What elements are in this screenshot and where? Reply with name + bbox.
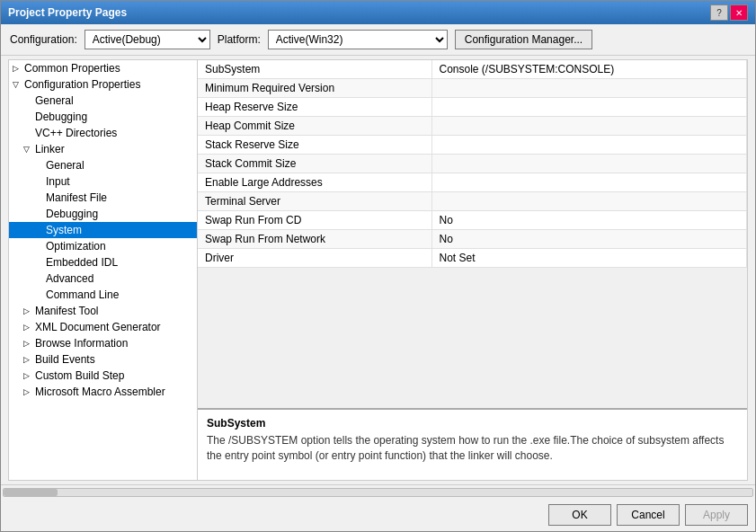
table-row[interactable]: Stack Commit Size: [198, 155, 747, 173]
props-table-container: SubSystemConsole (/SUBSYSTEM:CONSOLE)Min…: [198, 60, 747, 408]
description-title: SubSystem: [207, 417, 738, 430]
tree-arrow-icon: ▷: [23, 323, 32, 332]
prop-name: Stack Reserve Size: [198, 136, 431, 155]
tree-item-label: Configuration Properties: [24, 78, 193, 91]
prop-name: Heap Reserve Size: [198, 98, 431, 117]
tree-item-label: Command Line: [46, 288, 193, 301]
tree-item-linker-system[interactable]: System: [9, 222, 197, 238]
bottom-bar: OK Cancel Apply: [1, 499, 755, 531]
config-manager-button[interactable]: Configuration Manager...: [455, 30, 592, 49]
cancel-button[interactable]: Cancel: [617, 504, 680, 526]
table-row[interactable]: Heap Commit Size: [198, 117, 747, 136]
tree-item-linker-optimization[interactable]: Optimization: [9, 238, 197, 254]
help-button[interactable]: ?: [710, 4, 728, 21]
project-property-pages-dialog: Project Property Pages ? ✕ Configuration…: [0, 0, 756, 532]
tree-item-label: Advanced: [46, 272, 193, 285]
tree-item-linker-cmdline[interactable]: Command Line: [9, 287, 197, 303]
tree-item-linker-debugging[interactable]: Debugging: [9, 206, 197, 222]
prop-name: SubSystem: [198, 60, 431, 79]
tree-item-label: Linker: [35, 143, 193, 155]
configuration-select[interactable]: Active(Debug): [84, 30, 210, 49]
tree-item-ms-macro-asm[interactable]: ▷Microsoft Macro Assembler: [9, 384, 197, 400]
tree-item-config-props[interactable]: ▽Configuration Properties: [9, 76, 197, 93]
tree-item-linker-input[interactable]: Input: [9, 173, 197, 190]
tree-arrow-icon: ▷: [23, 306, 32, 315]
tree-item-browse-info[interactable]: ▷Browse Information: [9, 335, 197, 351]
horizontal-scrollbar[interactable]: [1, 484, 755, 499]
scroll-thumb[interactable]: [4, 489, 58, 496]
prop-value: [431, 173, 747, 192]
table-row[interactable]: Swap Run From CDNo: [198, 211, 747, 230]
config-label: Configuration:: [10, 33, 77, 46]
tree-arrow-icon: ▷: [13, 64, 22, 73]
tree-item-label: Microsoft Macro Assembler: [35, 386, 193, 398]
table-row[interactable]: Heap Reserve Size: [198, 98, 747, 117]
tree-item-label: Debugging: [35, 111, 193, 123]
platform-label: Platform:: [218, 33, 261, 46]
tree-item-linker-embedded-idl[interactable]: Embedded IDL: [9, 254, 197, 270]
config-bar: Configuration: Active(Debug) Platform: A…: [1, 24, 755, 56]
tree-item-general[interactable]: General: [9, 93, 197, 109]
tree-item-label: Debugging: [46, 208, 193, 220]
table-row[interactable]: DriverNot Set: [198, 249, 747, 268]
prop-value: [431, 155, 747, 173]
table-row[interactable]: Stack Reserve Size: [198, 136, 747, 155]
scroll-track[interactable]: [3, 488, 753, 497]
tree-item-build-events[interactable]: ▷Build Events: [9, 351, 197, 368]
title-bar: Project Property Pages ? ✕: [1, 1, 755, 24]
tree-item-xml-doc[interactable]: ▷XML Document Generator: [9, 319, 197, 335]
tree-item-label: XML Document Generator: [35, 321, 193, 333]
prop-name: Terminal Server: [198, 192, 431, 211]
tree-item-vc-dirs[interactable]: VC++ Directories: [9, 125, 197, 141]
tree-item-linker-manifest[interactable]: Manifest File: [9, 190, 197, 206]
prop-value: Not Set: [431, 249, 747, 268]
tree-item-custom-build[interactable]: ▷Custom Build Step: [9, 368, 197, 384]
tree-arrow-icon: ▷: [23, 387, 32, 396]
prop-name: Driver: [198, 249, 431, 268]
tree-item-label: Custom Build Step: [35, 369, 193, 382]
title-bar-buttons: ? ✕: [710, 4, 748, 21]
dialog-title: Project Property Pages: [8, 6, 127, 19]
tree-item-linker[interactable]: ▽Linker: [9, 141, 197, 157]
tree-item-label: General: [35, 94, 193, 107]
tree-item-debugging[interactable]: Debugging: [9, 109, 197, 125]
prop-value: [431, 136, 747, 155]
prop-value: No: [431, 211, 747, 230]
tree-item-label: General: [46, 159, 193, 172]
prop-name: Enable Large Addresses: [198, 173, 431, 192]
tree-panel: ▷Common Properties▽Configuration Propert…: [9, 60, 198, 480]
prop-name: Heap Commit Size: [198, 117, 431, 136]
apply-button[interactable]: Apply: [685, 504, 748, 526]
tree-arrow-icon: ▽: [23, 145, 32, 154]
tree-item-linker-advanced[interactable]: Advanced: [9, 270, 197, 287]
ok-button[interactable]: OK: [548, 504, 611, 526]
table-row[interactable]: Minimum Required Version: [198, 79, 747, 98]
props-table: SubSystemConsole (/SUBSYSTEM:CONSOLE)Min…: [198, 60, 747, 268]
tree-arrow-icon: ▷: [23, 339, 32, 348]
main-content: ▷Common Properties▽Configuration Propert…: [8, 59, 748, 481]
tree-item-label: VC++ Directories: [35, 127, 193, 139]
table-row[interactable]: Swap Run From NetworkNo: [198, 230, 747, 249]
table-row[interactable]: Terminal Server: [198, 192, 747, 211]
description-panel: SubSystem The /SUBSYSTEM option tells th…: [198, 408, 747, 480]
tree-item-label: Build Events: [35, 353, 193, 366]
tree-item-linker-general[interactable]: General: [9, 157, 197, 173]
platform-select[interactable]: Active(Win32): [268, 30, 448, 49]
tree-item-common-props[interactable]: ▷Common Properties: [9, 60, 197, 76]
description-text: The /SUBSYSTEM option tells the operatin…: [207, 433, 738, 464]
tree-item-label: Input: [46, 175, 193, 188]
tree-item-label: Optimization: [46, 240, 193, 253]
tree-item-label: Embedded IDL: [46, 256, 193, 269]
prop-value: [431, 98, 747, 117]
prop-value: [431, 117, 747, 136]
tree-item-label: Common Properties: [24, 62, 193, 75]
table-row[interactable]: Enable Large Addresses: [198, 173, 747, 192]
prop-value: [431, 192, 747, 211]
tree-item-label: System: [46, 224, 193, 236]
close-button[interactable]: ✕: [730, 4, 748, 21]
tree-item-manifest-tool[interactable]: ▷Manifest Tool: [9, 303, 197, 319]
prop-name: Swap Run From CD: [198, 211, 431, 230]
table-row[interactable]: SubSystemConsole (/SUBSYSTEM:CONSOLE): [198, 60, 747, 79]
prop-name: Stack Commit Size: [198, 155, 431, 173]
props-panel: SubSystemConsole (/SUBSYSTEM:CONSOLE)Min…: [198, 60, 747, 480]
